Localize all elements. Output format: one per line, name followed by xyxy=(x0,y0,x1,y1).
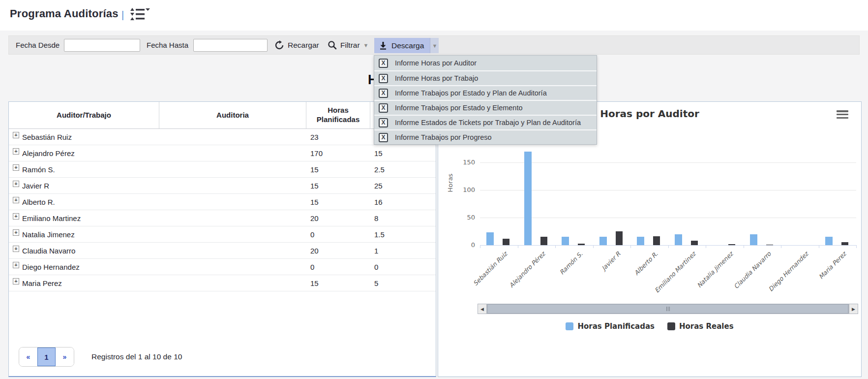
bar-horas-planificadas[interactable] xyxy=(599,237,607,245)
auditor-name[interactable]: Sebastián Ruiz xyxy=(22,133,72,141)
auditor-name[interactable]: Diego Hernandez xyxy=(22,263,80,271)
excel-icon: X xyxy=(379,74,388,83)
bar-horas-reales[interactable] xyxy=(540,237,547,245)
bar-horas-reales[interactable] xyxy=(728,244,735,245)
y-axis-title: Horas xyxy=(447,172,454,194)
scroll-left-button[interactable]: ◀ xyxy=(478,304,487,314)
app-header: Programa Auditorías | xyxy=(0,0,868,31)
excel-icon: X xyxy=(379,133,388,142)
auditor-name[interactable]: Ramón S. xyxy=(22,165,55,174)
bar-horas-planificadas[interactable] xyxy=(637,237,644,245)
x-axis-tick xyxy=(480,245,480,248)
download-menu-item[interactable]: XInforme Horas por Trabajo xyxy=(374,70,597,85)
cell-horas-reales: 15 xyxy=(370,145,436,161)
expand-row-icon[interactable]: + xyxy=(13,278,19,284)
x-axis-tick xyxy=(744,245,744,248)
cell-auditoria xyxy=(159,226,306,242)
cell-auditoria xyxy=(159,259,306,275)
download-menu-item[interactable]: XInforme Horas por Auditor xyxy=(374,56,597,70)
recargar-button[interactable]: Recargar xyxy=(274,36,319,54)
expand-row-icon[interactable]: + xyxy=(13,148,19,155)
bar-horas-reales[interactable] xyxy=(653,236,660,245)
x-axis-tick xyxy=(706,245,706,248)
col-header-auditoria[interactable]: Auditoria xyxy=(159,102,306,128)
cell-horas-reales: 5 xyxy=(370,275,436,291)
page-title: Programa Auditorías xyxy=(10,7,119,20)
bar-horas-planificadas[interactable] xyxy=(524,152,532,245)
descarga-caret-button[interactable]: ▼ xyxy=(430,38,439,53)
download-menu-item[interactable]: XInforme Trabajos por Progreso xyxy=(374,129,597,144)
auditor-name[interactable]: Alejandro Pérez xyxy=(22,149,75,158)
bar-horas-planificadas[interactable] xyxy=(486,232,494,245)
descarga-split-button: Descarga ▼ xyxy=(374,38,439,53)
legend-item[interactable]: Horas Reales xyxy=(667,322,734,331)
cell-auditoria xyxy=(159,129,306,145)
page-next-button[interactable]: » xyxy=(56,347,74,366)
toolbar: Fecha Desde Fecha Hasta Recargar Filtrar… xyxy=(8,35,860,55)
x-axis-tick xyxy=(668,245,669,248)
table-row: +Claudia Navarro201 xyxy=(9,243,436,259)
legend-item[interactable]: Horas Planificadas xyxy=(566,322,655,331)
chart-legend: Horas PlanificadasHoras Reales xyxy=(438,322,861,331)
table-header-row: Auditor/Trabajo Auditoria Horas Planific… xyxy=(9,102,436,129)
bar-horas-planificadas[interactable] xyxy=(675,234,682,245)
cell-horas-planificadas: 20 xyxy=(306,210,370,226)
expand-row-icon[interactable]: + xyxy=(13,246,19,252)
gridline xyxy=(480,162,856,163)
table-row: +Maria Perez155 xyxy=(9,275,436,291)
chart-menu-icon[interactable] xyxy=(837,110,848,119)
search-icon xyxy=(328,40,337,50)
auditor-name[interactable]: Emiliano Martinez xyxy=(22,214,81,222)
bar-horas-reales[interactable] xyxy=(578,244,585,245)
page-prev-button[interactable]: « xyxy=(19,347,37,366)
bar-horas-reales[interactable] xyxy=(503,239,509,245)
scrollbar-track[interactable] xyxy=(487,304,849,314)
expand-row-icon[interactable]: + xyxy=(13,262,19,268)
auditor-name[interactable]: Maria Perez xyxy=(22,279,62,287)
scrollbar-thumb[interactable] xyxy=(487,304,848,314)
expand-row-icon[interactable]: + xyxy=(13,132,19,138)
legend-label: Horas Planificadas xyxy=(577,322,655,331)
auditor-name[interactable]: Claudia Navarro xyxy=(22,247,75,255)
auditor-name[interactable]: Natalia Jimenez xyxy=(22,230,75,239)
expand-row-icon[interactable]: + xyxy=(13,164,19,171)
download-menu-item-label: Informe Estados de Tickets por Trabajo y… xyxy=(395,119,581,126)
bar-horas-reales[interactable] xyxy=(766,245,773,245)
download-menu-item[interactable]: XInforme Trabajos por Estado y Elemento xyxy=(374,100,597,115)
table-row: +Sebastián Ruiz23 xyxy=(9,129,436,145)
legend-swatch xyxy=(566,322,573,330)
download-menu-item-label: Informe Trabajos por Estado y Elemento xyxy=(395,104,523,112)
table-row: +Emiliano Martinez208 xyxy=(9,210,436,226)
bar-horas-planificadas[interactable] xyxy=(750,234,757,245)
bar-horas-reales[interactable] xyxy=(841,242,848,245)
auditor-name[interactable]: Javier R xyxy=(22,182,49,190)
legend-swatch xyxy=(667,322,675,330)
page-1-button[interactable]: 1 xyxy=(37,347,56,366)
expand-row-icon[interactable]: + xyxy=(13,229,19,236)
list-menu-icon[interactable] xyxy=(129,7,150,22)
fecha-hasta-input[interactable] xyxy=(193,39,268,52)
fecha-desde-label: Fecha Desde xyxy=(16,36,60,54)
expand-row-icon[interactable]: + xyxy=(13,197,19,203)
col-header-horas-planificadas[interactable]: Horas Planificadas xyxy=(306,102,370,128)
expand-row-icon[interactable]: + xyxy=(13,181,19,187)
col-header-auditor-trabajo[interactable]: Auditor/Trabajo xyxy=(9,102,159,128)
cell-horas-planificadas: 15 xyxy=(306,194,370,210)
cell-auditoria xyxy=(159,275,306,291)
bar-horas-reales[interactable] xyxy=(691,241,698,245)
download-icon xyxy=(379,41,387,50)
bar-horas-reales[interactable] xyxy=(616,231,623,245)
bar-horas-planificadas[interactable] xyxy=(825,237,833,245)
download-menu-item-label: Informe Horas por Trabajo xyxy=(395,74,478,82)
fecha-desde-input[interactable] xyxy=(64,39,140,52)
download-menu-item[interactable]: XInforme Trabajos por Estado y Plan de A… xyxy=(374,85,597,100)
bar-horas-planificadas[interactable] xyxy=(562,237,569,245)
download-menu-item[interactable]: XInforme Estados de Tickets por Trabajo … xyxy=(374,115,597,129)
scroll-right-button[interactable]: ▶ xyxy=(849,304,858,314)
expand-row-icon[interactable]: + xyxy=(13,213,19,220)
auditor-name[interactable]: Alberto R. xyxy=(22,198,55,206)
filtrar-button[interactable]: Filtrar ▼ xyxy=(328,36,369,54)
descarga-button[interactable]: Descarga xyxy=(374,38,430,53)
cell-horas-planificadas: 0 xyxy=(306,259,370,275)
x-axis-tick xyxy=(781,245,781,248)
